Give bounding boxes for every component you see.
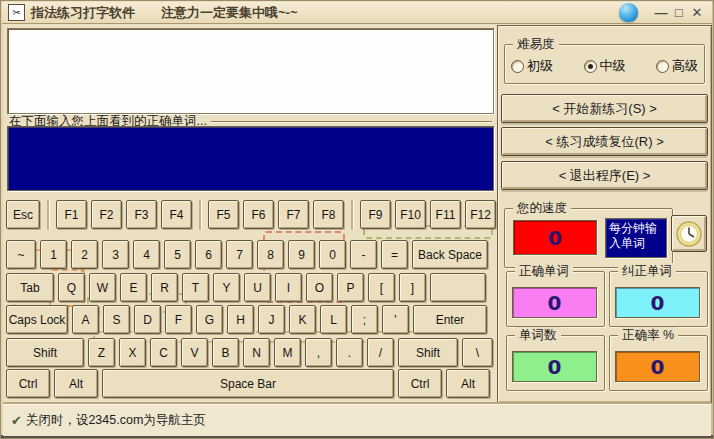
key-enter[interactable]: Enter: [413, 305, 487, 334]
word-display: [7, 28, 494, 114]
keyboard-row-3: TabQWERTYUIOP[]: [6, 273, 486, 302]
key-.[interactable]: .: [336, 338, 363, 367]
key-r[interactable]: R: [151, 273, 178, 302]
key-f1[interactable]: F1: [56, 200, 87, 229]
key-q[interactable]: Q: [58, 273, 85, 302]
key-3[interactable]: 3: [102, 240, 129, 269]
clock-button[interactable]: [671, 215, 707, 252]
key-f5[interactable]: F5: [208, 200, 239, 229]
key-c[interactable]: C: [150, 338, 177, 367]
exit-program-button[interactable]: < 退出程序(E) >: [501, 161, 708, 190]
key-l[interactable]: L: [320, 305, 347, 334]
difficulty-radio-中级[interactable]: 中级: [584, 57, 626, 75]
blue-gem-icon[interactable]: [619, 3, 638, 22]
key-w[interactable]: W: [89, 273, 116, 302]
key-7[interactable]: 7: [226, 240, 253, 269]
close-button[interactable]: ✕: [688, 3, 706, 23]
key-ctrl[interactable]: Ctrl: [6, 369, 50, 398]
key-tab[interactable]: Tab: [6, 273, 54, 302]
key-t[interactable]: T: [182, 273, 209, 302]
keyboard-row-2: ~1234567890-=Back Space: [6, 240, 488, 269]
typing-input[interactable]: [7, 126, 494, 191]
maximize-button[interactable]: □: [670, 3, 688, 23]
clock-icon: [676, 221, 702, 247]
key-ctrl[interactable]: Ctrl: [398, 369, 442, 398]
key-f7[interactable]: F7: [278, 200, 309, 229]
key-back-space[interactable]: Back Space: [412, 240, 488, 269]
key-e[interactable]: E: [120, 273, 147, 302]
key-j[interactable]: J: [258, 305, 285, 334]
key-o[interactable]: O: [306, 273, 333, 302]
key-f6[interactable]: F6: [243, 200, 274, 229]
key-z[interactable]: Z: [88, 338, 115, 367]
key-/[interactable]: /: [367, 338, 394, 367]
difficulty-option-label: 中级: [600, 57, 626, 75]
key-2[interactable]: 2: [71, 240, 98, 269]
difficulty-label: 难易度: [513, 36, 559, 53]
key-f12[interactable]: F12: [465, 200, 496, 229]
key-f9[interactable]: F9: [360, 200, 391, 229]
key-6[interactable]: 6: [195, 240, 222, 269]
key-blank[interactable]: [430, 273, 486, 302]
key-space-bar[interactable]: Space Bar: [102, 369, 394, 398]
key-shift[interactable]: Shift: [6, 338, 84, 367]
key-\[interactable]: \: [462, 338, 493, 367]
key-k[interactable]: K: [289, 305, 316, 334]
key-shift[interactable]: Shift: [398, 338, 458, 367]
key-4[interactable]: 4: [133, 240, 160, 269]
minimize-button[interactable]: —: [652, 3, 670, 23]
keyboard-separator: [47, 200, 49, 230]
key-f8[interactable]: F8: [313, 200, 344, 229]
key-d[interactable]: D: [134, 305, 161, 334]
key-g[interactable]: G: [196, 305, 223, 334]
key-h[interactable]: H: [227, 305, 254, 334]
key-f[interactable]: F: [165, 305, 192, 334]
word-count-value: 0: [512, 351, 597, 382]
difficulty-radio-初级[interactable]: 初级: [511, 57, 553, 75]
key-m[interactable]: M: [274, 338, 301, 367]
key-=[interactable]: =: [381, 240, 408, 269]
start-practice-button[interactable]: < 开始新练习(S) >: [501, 94, 708, 123]
key-1[interactable]: 1: [40, 240, 67, 269]
key-][interactable]: ]: [399, 273, 426, 302]
key-u[interactable]: U: [244, 273, 271, 302]
key-caps-lock[interactable]: Caps Lock: [6, 305, 68, 334]
key-9[interactable]: 9: [288, 240, 315, 269]
key-f3[interactable]: F3: [126, 200, 157, 229]
key-;[interactable]: ;: [351, 305, 378, 334]
key-p[interactable]: P: [337, 273, 364, 302]
key-f10[interactable]: F10: [395, 200, 426, 229]
key-esc[interactable]: Esc: [6, 200, 40, 229]
correct-words-label: 正确单词: [515, 263, 573, 280]
key-f11[interactable]: F11: [430, 200, 461, 229]
key-i[interactable]: I: [275, 273, 302, 302]
key-,[interactable]: ,: [305, 338, 332, 367]
difficulty-radio-高级[interactable]: 高级: [656, 57, 698, 75]
key-x[interactable]: X: [119, 338, 146, 367]
corrected-words-value: 0: [615, 287, 700, 318]
key-f2[interactable]: F2: [91, 200, 122, 229]
typing-app-window: ✂ 指法练习打字软件 注意力一定要集中哦~-~ — □ ✕ 在下面输入您上面看到…: [0, 0, 714, 439]
accuracy-groupbox: 正确率 % 0: [609, 335, 708, 391]
key-5[interactable]: 5: [164, 240, 191, 269]
key--[interactable]: -: [350, 240, 377, 269]
statusbar: ✔ 关闭时，设2345.com为导航主页: [3, 404, 711, 436]
key-8[interactable]: 8: [257, 240, 284, 269]
key-[[interactable]: [: [368, 273, 395, 302]
key-n[interactable]: N: [243, 338, 270, 367]
key-f4[interactable]: F4: [161, 200, 192, 229]
key-alt[interactable]: Alt: [446, 369, 490, 398]
key-y[interactable]: Y: [213, 273, 240, 302]
key-b[interactable]: B: [212, 338, 239, 367]
key-~[interactable]: ~: [6, 240, 36, 269]
key-0[interactable]: 0: [319, 240, 346, 269]
key-a[interactable]: A: [72, 305, 99, 334]
keyboard-separator: [351, 200, 353, 230]
reset-score-button[interactable]: < 练习成绩复位(R) >: [501, 127, 708, 156]
key-'[interactable]: ': [382, 305, 409, 334]
key-v[interactable]: V: [181, 338, 208, 367]
key-s[interactable]: S: [103, 305, 130, 334]
key-alt[interactable]: Alt: [54, 369, 98, 398]
accuracy-value: 0: [615, 351, 700, 382]
homepage-checkbox[interactable]: ✔: [11, 413, 22, 428]
